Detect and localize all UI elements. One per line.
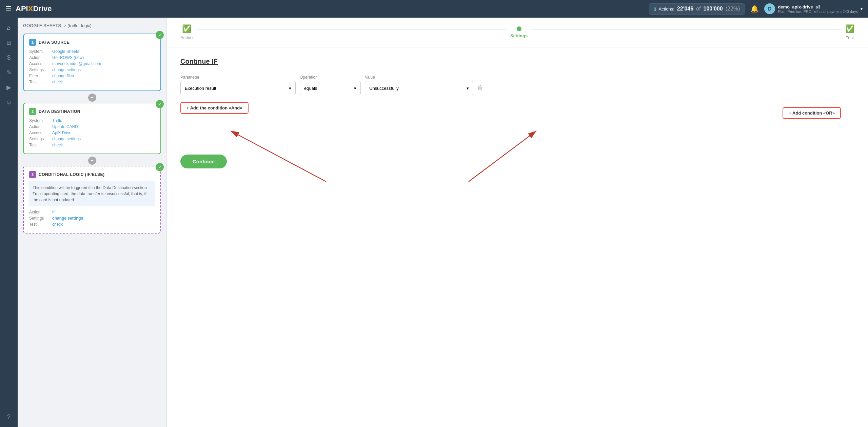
settings-title: Continue IF: [180, 58, 854, 65]
card-datasource-settings-label: Settings: [29, 67, 50, 72]
card-datasource-system-label: System: [29, 49, 50, 54]
card-logic-settings-value[interactable]: change settings: [52, 216, 83, 221]
settings-content: Continue IF Parameter Execution result ▾…: [167, 47, 868, 179]
logo-x: X: [28, 4, 33, 13]
card-datasource-filter-row: Filter change filter: [29, 74, 155, 78]
avatar: D: [764, 3, 775, 14]
card-destination-title: DATA DESTINATION: [39, 109, 80, 114]
hamburger-icon[interactable]: ☰: [5, 5, 12, 13]
card-destination-settings-value[interactable]: change settings: [52, 137, 81, 141]
actions-pct: (22%): [726, 6, 740, 12]
add-or-button[interactable]: + Add condition «OR»: [783, 107, 841, 119]
card-destination-check: ✓: [156, 100, 164, 108]
card-destination-test-row: Test check: [29, 143, 155, 147]
add-and-button[interactable]: + Add the condition «And»: [180, 102, 249, 114]
header-center: ℹ Actions: 22'046 of 100'000 (22%) 🔔 D d…: [649, 3, 863, 15]
card-logic-test-label: Test: [29, 222, 50, 227]
card-logic-title: CONDITIONAL LOGIC (IF/ELSE): [39, 172, 105, 177]
top-header: ☰ APIXDrive ℹ Actions: 22'046 of 100'000…: [0, 0, 868, 18]
delete-condition-button[interactable]: 🗑: [477, 84, 484, 92]
card-logic-action-label: Action: [29, 210, 50, 215]
bell-icon[interactable]: 🔔: [750, 5, 759, 13]
breadcrumb: GOOGLE SHEETS -> (trello, logic): [23, 22, 161, 29]
nav-play-icon[interactable]: ▶: [3, 81, 15, 94]
step-line-2: [531, 29, 842, 29]
actions-label: Actions:: [659, 6, 674, 12]
card-destination-access-value[interactable]: ApiX Drive: [52, 130, 72, 135]
val-select[interactable]: Unsuccessfully ▾: [365, 81, 473, 95]
card-logic-action-row: Action If: [29, 210, 155, 215]
card-datasource-filter-label: Filter: [29, 74, 50, 78]
card-datasource-system-row: System Google Sheets: [29, 49, 155, 54]
card-datasource-filter-value[interactable]: change filter: [52, 74, 74, 78]
user-name: demo_apix-drive_s3: [778, 4, 858, 9]
card-datasource-title: DATA SOURCE: [39, 40, 70, 45]
card-destination-action-value[interactable]: Update CARD: [52, 124, 78, 129]
card-datasource-settings-row: Settings change settings: [29, 67, 155, 72]
left-nav: ⌂ ⊞ $ ✎ ▶ ☺ ?: [0, 18, 18, 427]
card-destination-access-label: Access: [29, 130, 50, 135]
nav-help-icon[interactable]: ?: [3, 411, 15, 423]
card-datasource-number: 1: [29, 39, 36, 46]
card-datasource-system-value[interactable]: Google Sheets: [52, 49, 79, 54]
card-destination-system-label: System: [29, 118, 50, 123]
card-logic-description: This condition will be triggered if in t…: [29, 181, 155, 206]
card-destination-system-row: System Trello: [29, 118, 155, 123]
card-destination-test-value[interactable]: check: [52, 143, 63, 147]
step-settings-icon: [517, 26, 521, 31]
card-destination-system-value[interactable]: Trello: [52, 118, 62, 123]
user-section[interactable]: D demo_apix-drive_s3 Plan |Premium PRO| …: [764, 3, 863, 14]
buttons-row: + Add the condition «And» + Add conditio…: [180, 102, 854, 124]
card-destination-number: 2: [29, 108, 36, 115]
card-datasource-action-label: Action: [29, 55, 50, 60]
param-select[interactable]: Execution result ▾: [180, 81, 296, 95]
card-destination-action-row: Action Update CARD: [29, 124, 155, 129]
card-destination-access-row: Access ApiX Drive: [29, 130, 155, 135]
connector-1: +: [23, 93, 161, 103]
card-datasource-header: 1 DATA SOURCE: [29, 39, 155, 46]
card-datasource-access-label: Access: [29, 61, 50, 66]
card-datasource-action-value[interactable]: Get ROWS (new): [52, 55, 84, 60]
nav-home-icon[interactable]: ⌂: [3, 22, 15, 34]
card-datasource-access-row: Access maverickandrii@gmail.com: [29, 61, 155, 66]
nav-edit-icon[interactable]: ✎: [3, 66, 15, 79]
arrows-container: [180, 127, 854, 188]
info-icon: ℹ: [654, 6, 656, 12]
svg-line-2: [469, 131, 536, 182]
connector-2-dot[interactable]: +: [88, 157, 96, 165]
right-panel: ✅ Action Settings ✅ Test Continue IF Par…: [167, 18, 868, 427]
connector-1-dot[interactable]: +: [88, 94, 96, 102]
step-test-icon: ✅: [845, 24, 854, 33]
nav-profile-icon[interactable]: ☺: [3, 96, 15, 108]
nav-grid-icon[interactable]: ⊞: [3, 37, 15, 49]
left-panel: GOOGLE SHEETS -> (trello, logic) ✓ 1 DAT…: [18, 18, 167, 427]
actions-of: of: [696, 6, 701, 12]
card-destination-settings-row: Settings change settings: [29, 137, 155, 141]
card-datasource-test-row: Test check: [29, 80, 155, 84]
card-datasource-settings-value[interactable]: change settings: [52, 67, 81, 72]
op-select[interactable]: equals ▾: [300, 81, 361, 95]
user-plan: Plan |Premium PRO| left until payment 24…: [778, 9, 858, 14]
card-logic-action-value[interactable]: If: [52, 210, 55, 215]
val-field-group: Value Unsuccessfully ▾: [365, 75, 473, 95]
card-logic-settings-row: Settings change settings: [29, 216, 155, 221]
step-test: ✅ Test: [845, 24, 854, 40]
step-action: ✅ Action: [180, 24, 193, 40]
param-chevron: ▾: [289, 86, 291, 91]
card-datasource-access-value[interactable]: maverickandrii@gmail.com: [52, 61, 101, 66]
op-field-group: Operation equals ▾: [300, 75, 361, 95]
logo: APIXDrive: [16, 4, 52, 13]
main-layout: ⌂ ⊞ $ ✎ ▶ ☺ ? GOOGLE SHEETS -> (trello, …: [0, 18, 868, 427]
logo-api: API: [16, 4, 28, 13]
actions-badge: ℹ Actions: 22'046 of 100'000 (22%): [649, 3, 745, 15]
op-chevron: ▾: [354, 86, 356, 91]
step-action-icon: ✅: [182, 24, 191, 33]
card-destination-header: 2 DATA DESTINATION: [29, 108, 155, 115]
card-datasource-test-value[interactable]: check: [52, 80, 63, 84]
card-logic-test-value[interactable]: check: [52, 222, 63, 227]
nav-billing-icon[interactable]: $: [3, 52, 15, 64]
step-settings: Settings: [510, 26, 528, 38]
card-datasource-action-row: Action Get ROWS (new): [29, 55, 155, 60]
steps-bar: ✅ Action Settings ✅ Test: [167, 18, 868, 47]
val-label: Value: [365, 75, 473, 80]
